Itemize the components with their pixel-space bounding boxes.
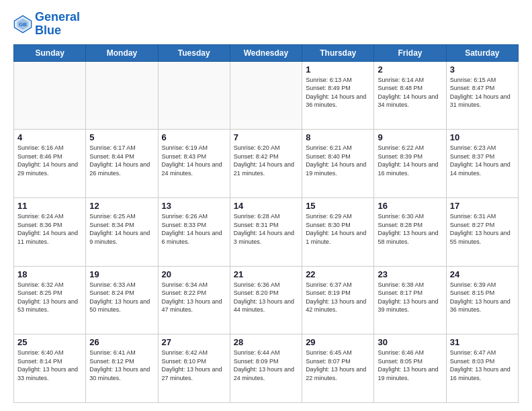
logo-icon: GB [13, 15, 32, 34]
calendar-cell: 31 Sunrise: 6:47 AM Sunset: 8:03 PM Dayl… [446, 334, 518, 403]
day-info: Sunrise: 6:16 AM Sunset: 8:46 PM Dayligh… [17, 144, 82, 177]
day-header-friday: Friday [374, 44, 446, 61]
calendar-cell: 23 Sunrise: 6:38 AM Sunset: 8:17 PM Dayl… [374, 266, 446, 334]
page: GB GeneralBlue SundayMondayTuesdayWednes… [0, 0, 532, 411]
calendar-cell: 9 Sunrise: 6:22 AM Sunset: 8:39 PM Dayli… [374, 130, 446, 198]
day-number: 30 [378, 337, 442, 347]
header: GB GeneralBlue [13, 11, 519, 38]
day-info: Sunrise: 6:21 AM Sunset: 8:40 PM Dayligh… [306, 144, 370, 177]
day-header-monday: Monday [86, 44, 158, 61]
day-number: 27 [162, 337, 226, 347]
day-info: Sunrise: 6:20 AM Sunset: 8:42 PM Dayligh… [234, 144, 298, 177]
calendar-week-4: 18 Sunrise: 6:32 AM Sunset: 8:25 PM Dayl… [14, 266, 519, 334]
logo-name: GeneralBlue [35, 11, 80, 38]
calendar-cell: 17 Sunrise: 6:31 AM Sunset: 8:27 PM Dayl… [446, 197, 518, 266]
calendar-table: SundayMondayTuesdayWednesdayThursdayFrid… [13, 44, 519, 403]
day-info: Sunrise: 6:47 AM Sunset: 8:03 PM Dayligh… [450, 349, 515, 382]
day-info: Sunrise: 6:34 AM Sunset: 8:22 PM Dayligh… [162, 281, 226, 314]
day-number: 11 [17, 201, 82, 211]
day-info: Sunrise: 6:29 AM Sunset: 8:30 PM Dayligh… [306, 212, 370, 246]
day-info: Sunrise: 6:25 AM Sunset: 8:34 PM Dayligh… [89, 212, 154, 246]
day-info: Sunrise: 6:38 AM Sunset: 8:17 PM Dayligh… [378, 281, 442, 314]
day-number: 7 [234, 132, 298, 142]
day-info: Sunrise: 6:32 AM Sunset: 8:25 PM Dayligh… [17, 281, 82, 314]
day-number: 13 [162, 201, 226, 211]
calendar-cell: 10 Sunrise: 6:23 AM Sunset: 8:37 PM Dayl… [446, 130, 518, 198]
calendar-cell: 7 Sunrise: 6:20 AM Sunset: 8:42 PM Dayli… [230, 130, 302, 198]
day-info: Sunrise: 6:42 AM Sunset: 8:10 PM Dayligh… [162, 349, 226, 382]
calendar-cell: 26 Sunrise: 6:41 AM Sunset: 8:12 PM Dayl… [86, 334, 158, 403]
day-number: 22 [306, 269, 370, 279]
calendar-cell: 28 Sunrise: 6:44 AM Sunset: 8:09 PM Dayl… [230, 334, 302, 403]
day-info: Sunrise: 6:44 AM Sunset: 8:09 PM Dayligh… [234, 349, 298, 382]
day-header-saturday: Saturday [446, 44, 518, 61]
day-number: 29 [306, 337, 370, 347]
day-info: Sunrise: 6:24 AM Sunset: 8:36 PM Dayligh… [17, 212, 82, 246]
calendar-cell: 16 Sunrise: 6:30 AM Sunset: 8:28 PM Dayl… [374, 197, 446, 266]
day-info: Sunrise: 6:22 AM Sunset: 8:39 PM Dayligh… [378, 144, 442, 177]
day-number: 15 [306, 201, 370, 211]
calendar-cell: 19 Sunrise: 6:33 AM Sunset: 8:24 PM Dayl… [86, 266, 158, 334]
day-number: 17 [450, 201, 515, 211]
calendar-header-row: SundayMondayTuesdayWednesdayThursdayFrid… [14, 44, 519, 61]
day-info: Sunrise: 6:17 AM Sunset: 8:44 PM Dayligh… [89, 144, 154, 177]
day-info: Sunrise: 6:37 AM Sunset: 8:19 PM Dayligh… [306, 281, 370, 314]
calendar-cell: 21 Sunrise: 6:36 AM Sunset: 8:20 PM Dayl… [230, 266, 302, 334]
calendar-cell: 30 Sunrise: 6:46 AM Sunset: 8:05 PM Dayl… [374, 334, 446, 403]
day-number: 1 [306, 64, 370, 75]
day-info: Sunrise: 6:26 AM Sunset: 8:33 PM Dayligh… [162, 212, 226, 246]
calendar-cell: 25 Sunrise: 6:40 AM Sunset: 8:14 PM Dayl… [14, 334, 86, 403]
day-number: 9 [378, 132, 442, 142]
calendar-cell: 12 Sunrise: 6:25 AM Sunset: 8:34 PM Dayl… [86, 197, 158, 266]
day-header-wednesday: Wednesday [230, 44, 302, 61]
calendar-week-5: 25 Sunrise: 6:40 AM Sunset: 8:14 PM Dayl… [14, 334, 519, 403]
calendar-cell: 5 Sunrise: 6:17 AM Sunset: 8:44 PM Dayli… [86, 130, 158, 198]
calendar-week-3: 11 Sunrise: 6:24 AM Sunset: 8:36 PM Dayl… [14, 197, 519, 266]
day-number: 5 [89, 132, 154, 142]
day-number: 19 [89, 269, 154, 279]
calendar-cell: 22 Sunrise: 6:37 AM Sunset: 8:19 PM Dayl… [302, 266, 374, 334]
day-info: Sunrise: 6:19 AM Sunset: 8:43 PM Dayligh… [162, 144, 226, 177]
calendar-cell: 14 Sunrise: 6:28 AM Sunset: 8:31 PM Dayl… [230, 197, 302, 266]
day-number: 8 [306, 132, 370, 142]
calendar-cell: 11 Sunrise: 6:24 AM Sunset: 8:36 PM Dayl… [14, 197, 86, 266]
day-header-tuesday: Tuesday [158, 44, 230, 61]
day-header-thursday: Thursday [302, 44, 374, 61]
day-info: Sunrise: 6:39 AM Sunset: 8:15 PM Dayligh… [450, 281, 515, 314]
day-info: Sunrise: 6:36 AM Sunset: 8:20 PM Dayligh… [234, 281, 298, 314]
calendar-cell [86, 61, 158, 130]
calendar-cell: 13 Sunrise: 6:26 AM Sunset: 8:33 PM Dayl… [158, 197, 230, 266]
day-info: Sunrise: 6:30 AM Sunset: 8:28 PM Dayligh… [378, 212, 442, 246]
calendar-cell [14, 61, 86, 130]
calendar-cell: 18 Sunrise: 6:32 AM Sunset: 8:25 PM Dayl… [14, 266, 86, 334]
day-info: Sunrise: 6:33 AM Sunset: 8:24 PM Dayligh… [89, 281, 154, 314]
day-number: 24 [450, 269, 515, 279]
calendar-cell: 4 Sunrise: 6:16 AM Sunset: 8:46 PM Dayli… [14, 130, 86, 198]
calendar-cell: 6 Sunrise: 6:19 AM Sunset: 8:43 PM Dayli… [158, 130, 230, 198]
day-header-sunday: Sunday [14, 44, 86, 61]
day-number: 2 [378, 64, 442, 75]
day-info: Sunrise: 6:23 AM Sunset: 8:37 PM Dayligh… [450, 144, 515, 177]
day-number: 10 [450, 132, 515, 142]
calendar-cell: 20 Sunrise: 6:34 AM Sunset: 8:22 PM Dayl… [158, 266, 230, 334]
day-number: 20 [162, 269, 226, 279]
day-number: 31 [450, 337, 515, 347]
day-number: 12 [89, 201, 154, 211]
day-info: Sunrise: 6:31 AM Sunset: 8:27 PM Dayligh… [450, 212, 515, 246]
day-number: 23 [378, 269, 442, 279]
day-number: 16 [378, 201, 442, 211]
day-number: 6 [162, 132, 226, 142]
calendar-cell: 1 Sunrise: 6:13 AM Sunset: 8:49 PM Dayli… [302, 61, 374, 130]
day-info: Sunrise: 6:15 AM Sunset: 8:47 PM Dayligh… [450, 76, 515, 109]
calendar-cell: 2 Sunrise: 6:14 AM Sunset: 8:48 PM Dayli… [374, 61, 446, 130]
day-number: 4 [17, 132, 82, 142]
day-info: Sunrise: 6:13 AM Sunset: 8:49 PM Dayligh… [306, 76, 370, 109]
calendar-cell: 3 Sunrise: 6:15 AM Sunset: 8:47 PM Dayli… [446, 61, 518, 130]
calendar-cell: 29 Sunrise: 6:45 AM Sunset: 8:07 PM Dayl… [302, 334, 374, 403]
day-number: 14 [234, 201, 298, 211]
calendar-cell: 27 Sunrise: 6:42 AM Sunset: 8:10 PM Dayl… [158, 334, 230, 403]
day-number: 21 [234, 269, 298, 279]
day-number: 18 [17, 269, 82, 279]
day-number: 25 [17, 337, 82, 347]
day-number: 26 [89, 337, 154, 347]
